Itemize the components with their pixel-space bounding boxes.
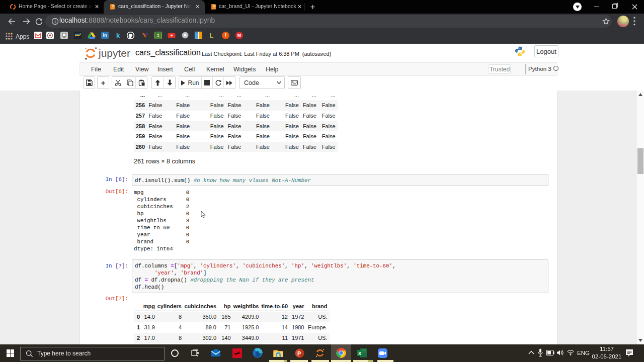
svg-text:P: P <box>297 350 301 356</box>
svg-text:X: X <box>358 351 361 356</box>
